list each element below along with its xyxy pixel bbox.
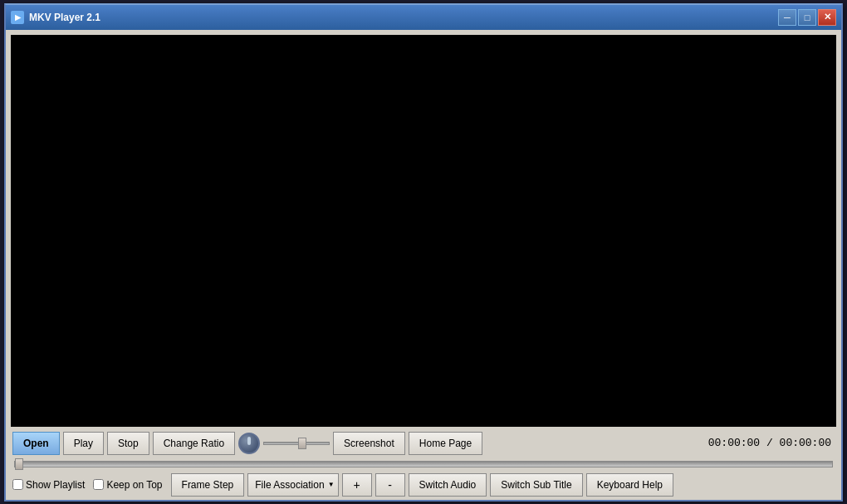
frame-step-button[interactable]: Frame Step (171, 473, 245, 497)
video-display (11, 35, 836, 427)
window-title: MKV Player 2.1 (29, 12, 100, 23)
controls-area: Open Play Stop Change Ratio Screenshot H… (6, 427, 841, 500)
title-bar-controls: ─ □ ✕ (778, 9, 836, 26)
app-icon: ▶ (11, 11, 24, 24)
minus-button[interactable]: - (375, 473, 405, 497)
file-association-dropdown[interactable]: File Association ▼ (247, 473, 338, 497)
restore-button[interactable]: □ (798, 9, 816, 26)
close-button[interactable]: ✕ (818, 9, 836, 26)
controls-row-main: Open Play Stop Change Ratio Screenshot H… (12, 432, 835, 455)
show-playlist-checkbox[interactable] (12, 479, 23, 490)
switch-subtitle-button[interactable]: Switch Sub Title (490, 473, 582, 497)
plus-button[interactable]: + (342, 473, 372, 497)
seek-bar[interactable] (14, 461, 833, 467)
controls-row-bottom: Show Playlist Keep on Top Frame Step Fil… (12, 473, 835, 497)
title-bar-left: ▶ MKV Player 2.1 (11, 11, 100, 24)
keyboard-help-button[interactable]: Keyboard Help (586, 473, 673, 497)
keep-on-top-label[interactable]: Keep on Top (93, 479, 162, 491)
minimize-button[interactable]: ─ (778, 9, 796, 26)
keep-on-top-checkbox[interactable] (93, 479, 104, 490)
main-window: ▶ MKV Player 2.1 ─ □ ✕ Open Play Stop Ch… (4, 3, 843, 502)
change-ratio-button[interactable]: Change Ratio (153, 432, 235, 455)
show-playlist-label[interactable]: Show Playlist (12, 479, 85, 491)
stop-button[interactable]: Stop (107, 432, 149, 455)
screenshot-button[interactable]: Screenshot (333, 432, 405, 455)
play-button[interactable]: Play (63, 432, 104, 455)
dropdown-arrow-icon: ▼ (328, 481, 335, 488)
seek-bar-container (12, 458, 835, 470)
open-button[interactable]: Open (12, 432, 60, 455)
switch-audio-button[interactable]: Switch Audio (409, 473, 487, 497)
home-page-button[interactable]: Home Page (409, 432, 482, 455)
volume-knob[interactable] (238, 433, 260, 454)
time-display: 00:00:00 / 00:00:00 (708, 437, 835, 449)
title-bar: ▶ MKV Player 2.1 ─ □ ✕ (6, 5, 841, 30)
volume-slider[interactable] (263, 442, 330, 445)
